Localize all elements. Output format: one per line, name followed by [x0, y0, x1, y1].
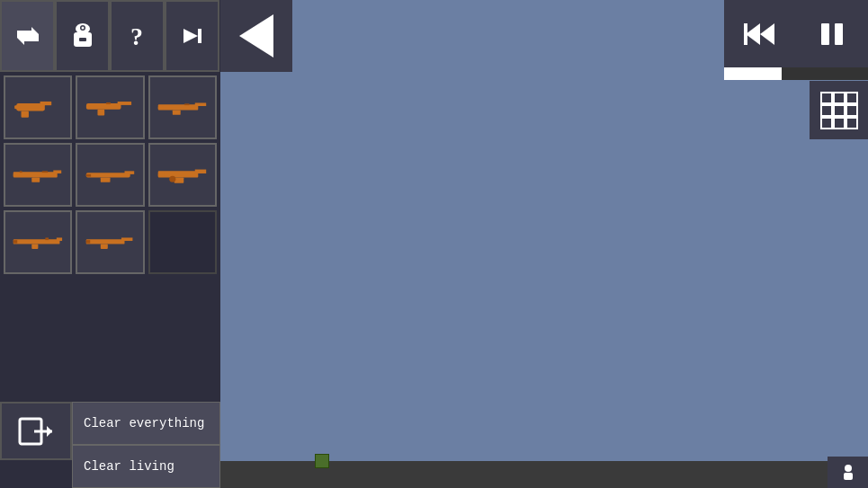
svg-rect-53 — [744, 23, 747, 45]
svg-text:?: ? — [130, 22, 143, 50]
svg-point-38 — [169, 175, 175, 182]
carbine-icon — [85, 218, 137, 267]
svg-rect-33 — [85, 174, 90, 177]
swap-icon — [13, 22, 42, 50]
clear-everything-button[interactable]: Clear everything — [72, 402, 220, 445]
grid-toggle-button[interactable] — [810, 81, 868, 139]
svg-rect-23 — [184, 103, 189, 105]
svg-rect-35 — [195, 169, 206, 173]
svg-marker-51 — [746, 23, 760, 45]
svg-rect-63 — [834, 118, 845, 129]
weapon-slot-6[interactable] — [148, 143, 217, 207]
weapon-slot-5[interactable] — [76, 143, 144, 207]
svg-rect-62 — [821, 118, 832, 129]
weapon-slot-7[interactable] — [4, 210, 72, 274]
clear-buttons-container: Clear everything Clear living — [72, 402, 220, 488]
svg-rect-58 — [846, 93, 857, 103]
grid-icon — [819, 91, 859, 130]
svg-marker-52 — [760, 23, 774, 45]
sniper-icon — [12, 218, 64, 267]
swap-button[interactable] — [0, 0, 55, 72]
arrow-right-icon — [178, 22, 207, 50]
help-icon: ? — [123, 22, 152, 50]
toolbar: ? — [0, 0, 220, 72]
svg-rect-43 — [46, 237, 49, 240]
svg-rect-20 — [195, 102, 206, 106]
smg-icon — [85, 84, 137, 132]
svg-marker-8 — [183, 29, 198, 43]
bottom-right-button[interactable] — [828, 457, 868, 488]
help-button[interactable]: ? — [110, 0, 165, 72]
top-right-controls — [724, 0, 868, 80]
svg-point-65 — [845, 465, 852, 472]
svg-rect-12 — [22, 111, 29, 117]
svg-rect-31 — [124, 171, 134, 174]
exit-icon — [16, 412, 56, 451]
svg-rect-26 — [31, 177, 40, 182]
weapon-slot-1[interactable] — [4, 75, 72, 139]
weapon-slot-8[interactable] — [76, 210, 144, 274]
weapon-slot-4[interactable] — [4, 143, 72, 207]
bottom-bar: Clear everything Clear living — [0, 402, 220, 488]
svg-rect-25 — [54, 170, 62, 173]
arrow-right-button[interactable] — [165, 0, 219, 72]
svg-rect-47 — [85, 240, 89, 244]
svg-rect-19 — [158, 104, 199, 110]
svg-rect-24 — [13, 172, 58, 177]
back-button[interactable] — [220, 0, 292, 72]
exit-button[interactable] — [0, 402, 72, 460]
weapon-slot-9-empty — [148, 210, 217, 274]
shotgun-icon — [85, 151, 137, 200]
svg-rect-40 — [57, 237, 62, 241]
lmg-icon — [157, 151, 209, 200]
svg-rect-28 — [42, 171, 48, 173]
svg-rect-60 — [834, 105, 845, 116]
svg-rect-30 — [85, 173, 130, 177]
person-icon — [839, 464, 857, 482]
assault-rifle-icon — [157, 84, 209, 132]
machine-gun-icon — [12, 151, 64, 200]
playback-controls — [724, 0, 868, 67]
player-character — [315, 454, 329, 468]
back-arrow-icon — [239, 14, 273, 58]
rewind-icon — [742, 20, 778, 49]
svg-rect-32 — [100, 177, 110, 182]
pause-button[interactable] — [796, 0, 868, 67]
svg-rect-59 — [821, 105, 832, 116]
svg-point-6 — [81, 27, 84, 30]
svg-rect-55 — [835, 23, 843, 45]
svg-rect-17 — [85, 105, 90, 109]
svg-rect-14 — [85, 103, 121, 110]
svg-rect-22 — [158, 106, 163, 110]
svg-rect-11 — [40, 102, 52, 105]
svg-rect-9 — [198, 29, 201, 43]
backpack-icon — [67, 20, 99, 52]
rewind-button[interactable] — [724, 0, 796, 67]
svg-rect-27 — [13, 173, 19, 177]
svg-rect-29 — [20, 171, 22, 173]
pistol-icon — [12, 84, 64, 132]
svg-rect-57 — [834, 93, 845, 103]
progress-fill — [724, 67, 782, 80]
svg-rect-44 — [85, 239, 124, 244]
svg-rect-61 — [846, 105, 857, 116]
svg-rect-39 — [13, 239, 60, 244]
svg-rect-4 — [79, 38, 86, 41]
svg-rect-13 — [14, 105, 20, 109]
weapon-slot-3[interactable] — [148, 75, 217, 139]
svg-rect-66 — [844, 473, 853, 480]
backpack-button[interactable] — [55, 0, 110, 72]
svg-marker-50 — [47, 426, 52, 437]
svg-rect-42 — [13, 240, 17, 244]
clear-living-button[interactable]: Clear living — [72, 445, 220, 488]
svg-rect-15 — [117, 102, 130, 105]
svg-rect-41 — [31, 244, 38, 248]
svg-rect-54 — [821, 23, 829, 45]
sidebar: ? — [0, 0, 220, 488]
svg-rect-21 — [173, 110, 181, 114]
svg-rect-18 — [106, 102, 111, 104]
svg-rect-56 — [821, 93, 832, 103]
weapon-slot-2[interactable] — [76, 75, 144, 139]
svg-rect-64 — [846, 118, 857, 129]
svg-rect-46 — [100, 244, 107, 248]
